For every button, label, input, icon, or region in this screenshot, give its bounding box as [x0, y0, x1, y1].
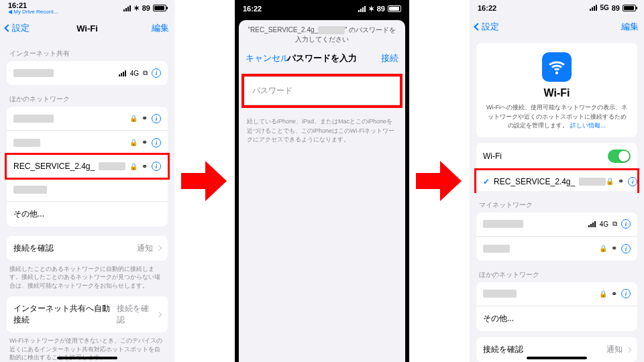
wifi-label: Wi-Fi	[483, 152, 502, 161]
wifi-icon: ⚭	[611, 290, 617, 298]
back-button[interactable]: 設定	[475, 21, 499, 33]
my-networks-card: 4G⧉i 🔒⚭i	[476, 213, 637, 261]
lock-icon: 🔒	[599, 245, 607, 252]
wifi-icon: ⚭	[142, 162, 148, 171]
network-row[interactable]: 🔒⚭i	[7, 107, 168, 131]
network-type: 5G	[600, 4, 608, 11]
status-bar: 16:22 5G 89	[470, 0, 644, 16]
other-networks-card: 🔒⚭i その他...	[476, 282, 637, 331]
check-icon: ✓	[483, 177, 490, 186]
section-other-networks: ほかのネットワーク	[0, 85, 174, 107]
info-icon[interactable]: i	[152, 68, 161, 78]
password-input[interactable]: パスワード	[244, 76, 400, 105]
intro-title: Wi-Fi	[486, 87, 628, 99]
nav-bar: 設定 Wi-Fi 編集	[0, 17, 174, 40]
target-network-row[interactable]: REC_SERVICE_2.4g_ 🔒⚭i	[5, 153, 170, 180]
wifi-toggle-card: Wi-Fi ✓REC_SERVICE_2.4g_ 🔒⚭i	[476, 143, 637, 191]
redacted-ssid	[13, 186, 47, 194]
lock-icon: 🔒	[129, 115, 138, 122]
autojoin-card: インターネット共有へ自動接続 接続を確認	[7, 296, 168, 333]
row-value: 通知	[606, 344, 623, 355]
connected-network-row[interactable]: ✓REC_SERVICE_2.4g_ 🔒⚭i	[474, 168, 639, 193]
highlight-box: パスワード	[241, 74, 402, 108]
redacted-suffix	[99, 162, 125, 170]
edit-button[interactable]: 編集	[152, 22, 169, 34]
redacted-ssid	[483, 220, 523, 228]
screen-3-connected: 16:22 5G 89 設定 編集 Wi-Fi Wi-Fiへの接続、使用可能なネ…	[470, 0, 644, 362]
password-sheet: "REC_SERVICE_2.4g_" のパスワードを入力してください キャンセ…	[239, 20, 405, 362]
edit-button[interactable]: 編集	[621, 21, 639, 33]
other-networks-card: 🔒⚭i 🔒⚭i REC_SERVICE_2.4g_ 🔒⚭i その他...	[7, 107, 168, 227]
other-label: その他...	[13, 208, 44, 220]
intro-text: Wi-Fiへの接続、使用可能なネットワークの表示、ネットワークや近くのホットスポ…	[486, 104, 627, 129]
ask-to-join-row[interactable]: 接続を確認 通知	[7, 236, 168, 261]
wifi-toggle-row: Wi-Fi	[476, 143, 637, 170]
wifi-toggle[interactable]	[608, 149, 631, 163]
network-row[interactable]: 🔒⚭i	[476, 282, 637, 306]
redacted-name	[13, 69, 54, 77]
lock-icon: 🔒	[129, 139, 138, 146]
signal-icon	[590, 5, 597, 11]
chevron-right-icon	[156, 245, 162, 251]
network-row[interactable]: 🔒⚭i	[476, 237, 637, 261]
wifi-app-icon	[542, 52, 572, 82]
cancel-button[interactable]: キャンセル	[246, 52, 289, 64]
wifi-icon: ⚭	[142, 114, 148, 123]
wifi-icon: ⚭	[618, 177, 624, 186]
battery-icon	[388, 5, 401, 12]
lock-icon: 🔒	[599, 290, 607, 298]
wifi-status-icon: ✶	[133, 4, 140, 13]
info-icon[interactable]: i	[152, 114, 161, 123]
section-internet-share: インターネット共有	[0, 40, 174, 61]
status-time: 16:22	[478, 4, 496, 12]
status-bar: 16:22 ✶ 89	[235, 0, 409, 17]
chevron-right-icon	[156, 312, 162, 317]
chevron-right-icon	[626, 347, 631, 352]
battery-pct: 89	[142, 4, 150, 12]
info-icon[interactable]: i	[152, 162, 161, 171]
sheet-note: 続しているiPhone、iPad、またはMacとこのiPhoneを近づけることで…	[239, 111, 405, 152]
signal-label: 4G	[130, 70, 139, 77]
status-bar: 16:21 ◀ My Drive Record... ✶ 89	[0, 0, 174, 17]
row-value: 通知	[137, 243, 153, 254]
network-row[interactable]	[7, 178, 168, 202]
other-manual-row[interactable]: その他...	[476, 306, 637, 331]
ask-to-join-note: 接続したことのあるネットワークに自動的に接続します。接続したことのあるネットワー…	[0, 261, 174, 290]
hotspot-row[interactable]: 4G⧉i	[7, 61, 168, 85]
row-label: インターネット共有へ自動接続	[13, 303, 117, 326]
redacted-suffix	[318, 26, 345, 34]
signal-icon	[588, 221, 596, 227]
section-other-networks: ほかのネットワーク	[470, 261, 644, 282]
join-button[interactable]: 接続	[381, 52, 398, 64]
row-value: 接続を確認	[117, 303, 153, 326]
redacted-ssid	[483, 245, 510, 253]
back-label: 設定	[12, 22, 30, 34]
learn-more-link[interactable]: 詳しい情報...	[570, 122, 606, 129]
info-icon[interactable]: i	[628, 177, 637, 186]
autojoin-row[interactable]: インターネット共有へ自動接続 接続を確認	[7, 296, 168, 333]
info-icon[interactable]: i	[621, 244, 631, 253]
network-row[interactable]: 4G⧉i	[476, 213, 637, 237]
battery-icon	[623, 5, 636, 11]
chevron-left-icon	[474, 23, 481, 30]
info-icon[interactable]: i	[621, 289, 631, 298]
arrow-2	[409, 0, 470, 362]
nav-bar: 設定 編集	[470, 16, 644, 38]
network-row[interactable]: 🔒⚭i	[7, 131, 168, 155]
back-button[interactable]: 設定	[5, 22, 30, 34]
info-icon[interactable]: i	[152, 138, 161, 147]
info-icon[interactable]: i	[621, 219, 631, 229]
signal-icon	[119, 70, 126, 76]
other-manual-row[interactable]: その他...	[7, 202, 168, 227]
home-indicator	[527, 357, 587, 359]
signal-icon	[358, 6, 366, 12]
battery-pct: 89	[377, 5, 385, 13]
signal-label: 4G	[600, 221, 608, 228]
wifi-icon: ⚭	[611, 244, 617, 253]
lock-icon: 🔒	[129, 163, 138, 170]
sheet-nav: キャンセル パスワードを入力 接続	[239, 48, 405, 71]
status-time: 16:22	[243, 5, 262, 13]
redacted-ssid	[13, 115, 54, 123]
breadcrumb-app[interactable]: ◀ My Drive Record...	[8, 9, 58, 15]
redacted-ssid	[483, 290, 517, 298]
